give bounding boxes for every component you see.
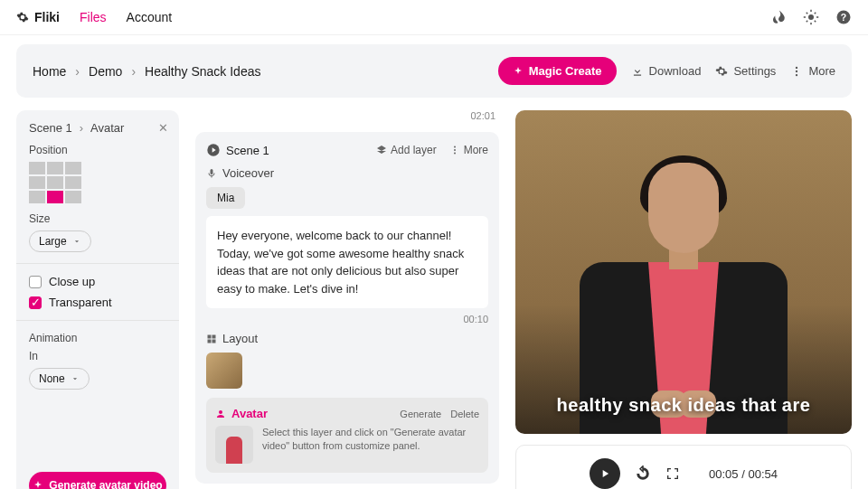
magic-create-button[interactable]: Magic Create (498, 57, 617, 85)
animation-label: Animation (29, 332, 166, 344)
sparkle-icon (513, 66, 524, 77)
position-cell[interactable] (65, 176, 81, 189)
svg-point-0 (808, 14, 814, 20)
voiceover-row: Voiceover (206, 166, 488, 180)
position-cell[interactable] (47, 176, 63, 189)
help-icon[interactable]: ? (835, 9, 852, 25)
mic-icon (206, 168, 217, 179)
top-nav-right: ? (770, 9, 852, 25)
position-cell[interactable] (65, 162, 81, 174)
header-bar: Home › Demo › Healthy Snack Ideas Magic … (16, 44, 852, 98)
closeup-checkbox[interactable]: Close up (29, 275, 166, 288)
scene-title-wrap: Scene 1 (206, 143, 269, 157)
size-select[interactable]: Large (29, 230, 91, 252)
animation-in-value: None (39, 372, 65, 385)
closeup-label: Close up (49, 275, 95, 288)
video-preview[interactable]: healthy snack ideas that are (515, 110, 852, 434)
more-vertical-icon (790, 65, 803, 78)
play-circle-icon[interactable] (206, 143, 221, 157)
settings-button[interactable]: Settings (715, 64, 776, 78)
layout-label: Layout (222, 332, 258, 345)
add-layer-button[interactable]: Add layer (376, 144, 437, 156)
nav-files[interactable]: Files (80, 10, 107, 24)
in-label: In (29, 350, 166, 362)
crumb-file[interactable]: Healthy Snack Ideas (145, 64, 260, 79)
svg-point-15 (454, 146, 456, 148)
position-cell[interactable] (29, 176, 45, 189)
layout-row: Layout (206, 332, 488, 345)
scenes-column: 02:01 Scene 1 Add layer More (195, 110, 499, 489)
scene-header: Scene 1 Add layer More (206, 143, 488, 157)
svg-point-16 (454, 149, 456, 151)
layout-thumbnail[interactable] (206, 353, 242, 389)
preview-caption: healthy snack ideas that are (515, 395, 852, 416)
avatar-layer[interactable]: Avatar Generate Delete Select this layer… (206, 398, 488, 473)
download-button[interactable]: Download (631, 64, 702, 78)
more-button[interactable]: More (790, 64, 835, 78)
fullscreen-icon (665, 466, 680, 481)
checkbox-checked-icon: ✓ (29, 296, 42, 309)
voice-chip[interactable]: Mia (206, 187, 245, 209)
position-cell[interactable] (65, 191, 81, 203)
clip-duration: 00:10 (206, 314, 488, 324)
position-cell[interactable] (29, 162, 45, 174)
svg-line-8 (807, 21, 808, 23)
restart-button[interactable] (635, 465, 651, 482)
position-cell[interactable] (29, 191, 45, 203)
transparent-checkbox[interactable]: ✓ Transparent (29, 296, 166, 309)
crumb-home[interactable]: Home (33, 64, 66, 79)
brand-label: Fliki (34, 10, 60, 24)
video-player: 00:05 / 00:54 (515, 445, 852, 489)
play-button[interactable] (590, 458, 620, 489)
play-icon (599, 467, 611, 480)
panel-breadcrumb: Scene 1 › Avatar (29, 121, 166, 135)
theme-icon[interactable] (803, 9, 819, 25)
settings-label: Settings (733, 64, 776, 78)
gear-icon (16, 11, 29, 24)
crumb-folder[interactable]: Demo (89, 64, 122, 79)
preview-column: healthy snack ideas that are 00:05 / 00:… (515, 110, 852, 489)
scene-more-button[interactable]: More (449, 144, 488, 156)
chevron-icon: › (80, 121, 83, 135)
time-total: 00:54 (748, 467, 778, 481)
close-icon[interactable]: ✕ (158, 121, 168, 135)
more-vertical-icon (449, 145, 460, 155)
player-controls: 00:05 / 00:54 (531, 458, 836, 489)
main-area: Scene 1 › Avatar ✕ Position Size Large C… (0, 98, 868, 489)
scene-more-label: More (464, 144, 488, 156)
size-value: Large (39, 235, 67, 248)
size-label: Size (29, 212, 166, 225)
position-cell[interactable] (47, 162, 63, 174)
gear-icon (715, 65, 728, 78)
fullscreen-button[interactable] (665, 466, 680, 481)
nav-account[interactable]: Account (127, 10, 173, 24)
animation-in-select[interactable]: None (29, 368, 90, 390)
top-nav-left: Fliki Files Account (16, 10, 172, 24)
avatar-thumbnail[interactable] (215, 426, 253, 464)
svg-text:?: ? (841, 12, 846, 23)
brand[interactable]: Fliki (16, 10, 60, 24)
avatar-delete-button[interactable]: Delete (450, 409, 479, 419)
divider (16, 263, 179, 264)
scene1-title: Scene 1 (226, 144, 269, 157)
chevron-icon: › (131, 64, 136, 79)
person-icon (215, 409, 226, 419)
avatar-generate-button[interactable]: Generate (400, 409, 441, 419)
customize-panel: Scene 1 › Avatar ✕ Position Size Large C… (16, 110, 179, 489)
panel-crumb-scene[interactable]: Scene 1 (29, 121, 72, 135)
more-label: More (808, 64, 835, 78)
svg-line-5 (807, 13, 808, 14)
panel-crumb-avatar: Avatar (90, 121, 124, 135)
header-actions: Magic Create Download Settings More (498, 57, 835, 85)
svg-point-11 (796, 66, 797, 68)
avatar-illustration (566, 136, 801, 434)
breadcrumb: Home › Demo › Healthy Snack Ideas (33, 64, 260, 79)
sparkle-icon (33, 480, 43, 489)
generate-avatar-button[interactable]: Generate avatar video (29, 472, 166, 489)
svg-point-12 (796, 70, 797, 71)
position-cell-selected[interactable] (47, 191, 63, 203)
scene-actions: Add layer More (376, 144, 488, 156)
fire-icon[interactable] (770, 9, 787, 25)
add-layer-label: Add layer (391, 144, 437, 156)
script-text[interactable]: Hey everyone, welcome back to our channe… (206, 216, 488, 308)
